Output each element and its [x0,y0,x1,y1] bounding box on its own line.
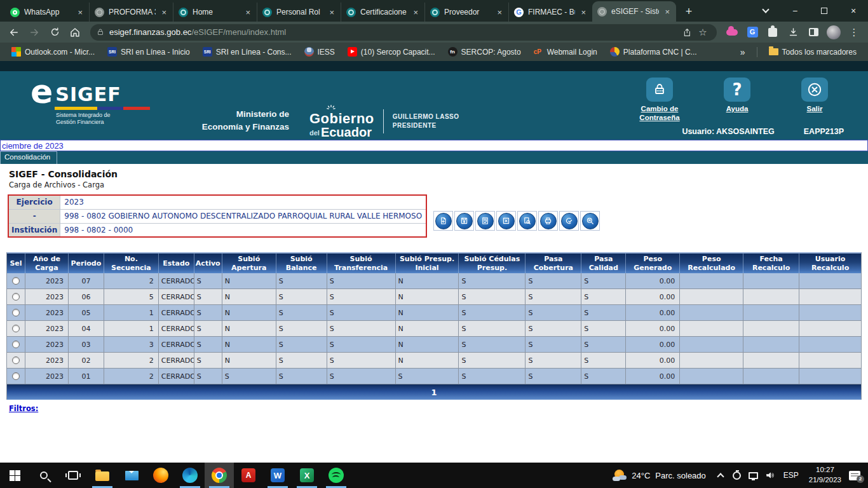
tab-title: Home [193,8,240,17]
row-radio-button[interactable] [12,325,20,332]
cell-peso-generado: 0.00 [625,273,679,288]
menu-kebab-icon[interactable]: ⋮ [845,24,863,41]
back-icon[interactable] [5,24,23,41]
bookmark-sercop-capacitacion[interactable]: (10) Sercop Capacit... [342,45,440,58]
new-document-button[interactable] [433,211,453,231]
tab-certificaciones[interactable]: Certificacione × [341,3,424,22]
change-password-action[interactable]: Cambio de Contraseña [630,78,689,123]
tab-proforma[interactable]: PROFORMA 3 × [89,3,173,22]
weather-widget[interactable]: 24°C Parc. soleado [606,468,712,482]
tab-home[interactable]: Home × [173,3,257,22]
keyboard-language[interactable]: ESP [778,471,804,480]
bookmarks-overflow-icon[interactable]: » [735,47,750,57]
view-details-button[interactable] [517,211,537,231]
filters-link[interactable]: Filtros: [9,404,38,413]
tab-close-icon[interactable]: × [328,8,336,17]
bookmark-outlook[interactable]: Outlook.com - Micr... [6,45,100,58]
bookmark-sri-consultas[interactable]: SRI en Línea - Cons... [198,45,297,58]
delete-file-button[interactable] [496,211,516,231]
tab-close-icon[interactable]: × [580,8,587,17]
cell-activo: S [194,353,222,368]
taskbar-clock[interactable]: 10:27 21/9/2023 [804,465,846,485]
tab-close-icon[interactable]: × [244,8,252,17]
print-button[interactable] [538,211,558,231]
new-tab-button[interactable]: + [680,3,698,20]
reload-icon[interactable] [46,24,64,41]
exit-close-icon[interactable] [801,78,828,102]
extensions-puzzle-icon[interactable] [764,24,782,41]
bookmark-iess[interactable]: IESS [299,45,340,58]
downloads-icon[interactable] [784,24,802,41]
side-panel-icon[interactable] [804,24,822,41]
word-button[interactable]: W [263,463,292,488]
forward-icon[interactable] [25,24,43,41]
institucion-label: Institución [8,223,60,237]
save-upload-button[interactable] [454,211,474,231]
mail-button[interactable] [117,463,146,488]
file-explorer-button[interactable] [88,463,117,488]
tab-esigef-active[interactable]: eSIGEF - Siste × [592,1,676,22]
exit-action[interactable]: Salir [785,78,844,123]
profile-avatar[interactable] [825,24,843,41]
spotify-button[interactable] [322,463,351,488]
row-radio-button[interactable] [12,356,20,364]
bookmark-sercop-agosto[interactable]: SERCOP: Agosto [443,45,526,58]
firefox-button[interactable] [146,463,175,488]
row-radio-button[interactable] [12,293,20,301]
extension-cloud-icon[interactable] [723,24,741,41]
approve-button[interactable] [559,211,579,231]
meet-now-icon[interactable] [729,463,745,488]
translate-icon[interactable]: G [743,24,761,41]
maximize-button[interactable] [810,0,839,22]
row-radio-button[interactable] [12,309,20,316]
tab-close-icon[interactable]: × [496,8,503,17]
validate-button[interactable] [475,211,495,231]
task-view-button[interactable] [58,463,88,488]
minimize-button[interactable]: − [780,0,810,22]
tab-firmaec[interactable]: FIRMAEC - Bu × [508,3,592,22]
help-question-icon[interactable]: ? [724,78,750,102]
row-radio-button[interactable] [12,277,20,285]
volume-icon[interactable] [762,463,778,488]
chrome-button[interactable] [205,463,234,488]
tab-consolidacion[interactable]: Consolidación [0,151,57,164]
help-action[interactable]: ? Ayuda [708,78,766,123]
edge-button[interactable] [175,463,205,488]
acrobat-button[interactable]: A [234,463,263,488]
address-bar[interactable]: esigef.finanzas.gob.ec /eSIGEF/menu/inde… [90,24,717,41]
notification-center-icon[interactable]: 2 [849,471,860,480]
tab-personal-rol[interactable]: Personal Rol × [257,3,341,22]
start-button[interactable] [0,463,29,488]
row-radio-button[interactable] [12,341,20,348]
tab-close-icon[interactable]: × [76,8,84,17]
excel-button[interactable]: X [292,463,322,488]
tab-close-icon[interactable]: × [160,8,168,17]
network-icon[interactable] [745,463,762,488]
page-number[interactable]: 1 [431,388,437,397]
home-icon[interactable] [66,24,84,41]
cell-subio-presup-inicial: N [395,289,459,304]
share-icon[interactable] [680,27,695,37]
ejercicio-label: Ejercicio [8,195,60,209]
search-data-button[interactable] [580,211,600,231]
all-bookmarks[interactable]: Todos los marcadores [764,46,862,58]
tab-whatsapp[interactable]: WhatsApp × [5,3,89,22]
tray-expand-chevron-icon[interactable] [712,463,729,488]
taskbar-search[interactable] [29,463,58,488]
tab-proveedor[interactable]: Proveedor × [424,3,508,22]
bookmark-plataforma-cnc[interactable]: Plataforma CNC | C... [605,45,702,58]
tab-close-icon[interactable]: × [663,7,671,17]
bookmark-star-icon[interactable]: ☆ [695,27,710,38]
tab-close-icon[interactable]: × [412,8,419,17]
exit-label[interactable]: Salir [785,104,844,113]
change-password-label[interactable]: Cambio de Contraseña [630,104,689,123]
bookmark-webmail[interactable]: Webmail Login [529,45,602,58]
password-lock-icon[interactable] [646,78,673,102]
tab-search-chevron-icon[interactable] [751,0,780,22]
row-radio-button[interactable] [12,372,20,380]
divider [383,109,384,133]
mail-icon [125,471,139,480]
help-label[interactable]: Ayuda [708,104,766,113]
bookmark-sri-inicio[interactable]: SRI en Línea - Inicio [102,45,195,58]
close-window-button[interactable]: × [839,0,868,22]
